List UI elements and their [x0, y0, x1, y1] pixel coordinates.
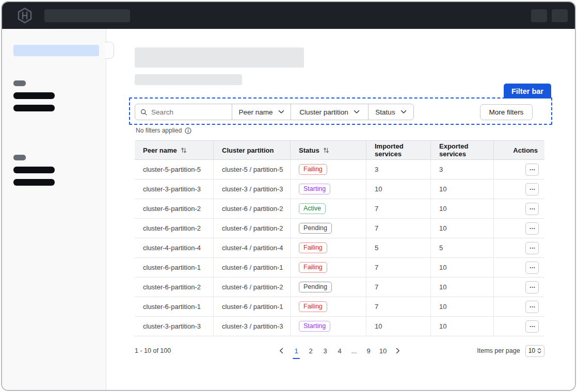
ellipsis-icon	[530, 208, 535, 210]
page-button-4[interactable]: 4	[334, 345, 345, 356]
items-per-page-value: 10	[528, 347, 535, 354]
peers-table: Peer name Cluster partition Status	[135, 140, 544, 336]
cluster-partition-cell: cluster-3 / partition-3	[213, 179, 290, 199]
filter-controls: Peer name Cluster partition Status	[135, 104, 414, 120]
imported-services-cell: 5	[366, 238, 430, 257]
more-filters-button[interactable]: More filters	[480, 104, 533, 120]
cluster-partition-cell: cluster-6 / partition-2	[213, 219, 290, 238]
items-per-page-select[interactable]: 10	[525, 345, 544, 357]
sidebar-link-skeleton-1	[13, 92, 55, 99]
sort-icon	[323, 147, 329, 154]
previous-page-button[interactable]	[276, 345, 287, 356]
status-badge: Failing	[299, 301, 327, 313]
chevron-left-icon	[279, 348, 283, 354]
page-button-1[interactable]: 1	[291, 345, 301, 356]
table-header-row: Peer name Cluster partition Status	[135, 140, 544, 160]
actions-cell	[493, 258, 544, 277]
search-icon	[140, 108, 147, 116]
row-actions-button[interactable]	[525, 164, 539, 176]
row-actions-button[interactable]	[525, 183, 539, 195]
status-badge: Failing	[299, 164, 327, 175]
items-per-page-label: Items per page	[477, 347, 520, 354]
column-header-label: Actions	[513, 146, 538, 154]
cluster-partition-cell: cluster-6 / partition-1	[213, 258, 290, 277]
imported-services-cell: 7	[366, 199, 430, 218]
status-cell: Pending	[290, 277, 366, 297]
column-header-imported-services: Imported services	[366, 141, 430, 159]
info-icon[interactable]	[185, 127, 191, 134]
status-cell: Failing	[290, 297, 366, 316]
topbar-action-skeleton-1	[531, 9, 547, 22]
sidebar-section-label-skeleton-2	[13, 155, 26, 160]
next-page-button[interactable]	[392, 345, 404, 356]
cluster-partition-filter-dropdown[interactable]: Cluster partition	[291, 104, 368, 120]
ellipsis-icon	[530, 325, 535, 328]
page-title-skeleton	[135, 47, 304, 68]
page-button-3[interactable]: 3	[320, 345, 330, 356]
search-input[interactable]	[151, 108, 227, 116]
row-actions-button[interactable]	[525, 242, 539, 254]
row-actions-button[interactable]	[525, 320, 539, 333]
peer-name-filter-dropdown[interactable]: Peer name	[232, 104, 291, 120]
imported-services-cell: 7	[366, 277, 430, 297]
cluster-partition-filter-label: Cluster partition	[299, 108, 348, 116]
ellipsis-icon	[530, 188, 535, 190]
row-actions-button[interactable]	[525, 222, 539, 235]
column-header-status[interactable]: Status	[290, 141, 366, 159]
column-header-label: Exported services	[439, 142, 489, 158]
peer-name-cell: cluster-6-partition-1	[135, 297, 213, 316]
status-badge: Starting	[299, 321, 330, 332]
status-badge: Failing	[299, 262, 327, 273]
cluster-partition-cell: cluster-5 / partition-5	[213, 160, 290, 179]
items-per-page: Items per page 10	[477, 345, 544, 357]
sidebar	[2, 29, 106, 390]
row-actions-button[interactable]	[525, 281, 539, 293]
table-row: cluster-6-partition-1 cluster-6 / partit…	[135, 258, 544, 277]
page-button-9[interactable]: 9	[363, 345, 374, 356]
ellipsis-icon	[530, 169, 535, 171]
cluster-partition-cell: cluster-6 / partition-2	[213, 277, 290, 297]
imported-services-cell: 7	[366, 297, 430, 316]
imported-services-cell: 7	[366, 219, 430, 238]
page-button-2[interactable]: 2	[306, 345, 316, 356]
table-row: cluster-6-partition-2 cluster-6 / partit…	[135, 219, 544, 238]
topbar	[2, 2, 575, 29]
pagination-bar: 1 - 10 of 100 1 2 3 4 ... 9 10	[135, 344, 544, 357]
imported-services-cell: 10	[366, 179, 430, 199]
actions-cell	[493, 179, 544, 199]
status-cell: Failing	[290, 160, 366, 179]
chevron-down-icon	[354, 110, 360, 114]
row-actions-button[interactable]	[525, 262, 539, 274]
imported-services-cell: 10	[366, 317, 430, 336]
page-button-10[interactable]: 10	[378, 345, 388, 356]
exported-services-cell: 10	[430, 199, 493, 218]
topbar-actions	[531, 9, 568, 22]
page-subtitle-skeleton	[135, 74, 242, 85]
peer-name-cell: cluster-6-partition-1	[135, 258, 213, 277]
chevron-down-icon	[278, 110, 284, 114]
column-header-label: Imported services	[375, 142, 426, 158]
pagination-range-text: 1 - 10 of 100	[135, 347, 171, 354]
exported-services-cell: 3	[430, 160, 493, 179]
table-row: cluster-6-partition-1 cluster-6 / partit…	[135, 297, 544, 317]
status-badge: Starting	[299, 184, 330, 195]
row-actions-button[interactable]	[525, 203, 539, 215]
peer-name-filter-label: Peer name	[238, 108, 273, 116]
peer-name-cell: cluster-5-partition-5	[135, 160, 213, 179]
sort-icon	[181, 147, 187, 154]
search-field[interactable]	[135, 104, 232, 120]
column-header-peer-name[interactable]: Peer name	[135, 141, 213, 159]
column-header-label: Status	[299, 146, 319, 154]
column-header-cluster-partition: Cluster partition	[213, 141, 290, 159]
imported-services-cell: 7	[366, 258, 430, 277]
sidebar-section-label-skeleton-1	[13, 80, 26, 86]
peer-name-cell: cluster-6-partition-2	[135, 199, 213, 218]
table-row: cluster-4-partition-4 cluster-4 / partit…	[135, 238, 544, 258]
peer-name-cell: cluster-6-partition-2	[135, 219, 213, 238]
row-actions-button[interactable]	[525, 301, 539, 313]
status-cell: Failing	[290, 238, 366, 257]
status-badge: Pending	[299, 223, 332, 234]
sidebar-collapse-tab[interactable]	[105, 42, 114, 59]
status-filter-dropdown[interactable]: Status	[368, 104, 413, 120]
ellipsis-icon	[530, 267, 535, 269]
